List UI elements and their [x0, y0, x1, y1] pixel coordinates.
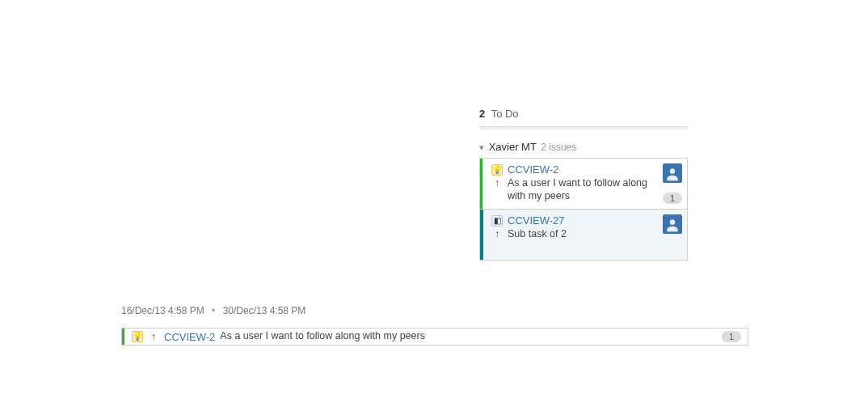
- issue-row[interactable]: 💡 ↑ CCVIEW-2 As a user I want to follow …: [121, 328, 748, 346]
- swimlane-subtext: 2 issues: [541, 142, 576, 153]
- end-date: 30/Dec/13 4:58 PM: [223, 305, 306, 316]
- priority-up-icon: ↑: [491, 177, 503, 189]
- priority-up-icon: ↑: [148, 331, 159, 342]
- issue-summary: As a user I want to follow along with my…: [220, 330, 425, 343]
- issue-summary: As a user I want to follow along with my…: [508, 177, 658, 202]
- column-title: To Do: [491, 108, 519, 120]
- start-date: 16/Dec/13 4:58 PM: [121, 305, 204, 316]
- assignee-avatar[interactable]: [663, 163, 682, 183]
- issue-key-link[interactable]: CCVIEW-2: [508, 163, 558, 176]
- board-column-todo: 2 To Do ▾ Xavier MT 2 issues 💡 CCVIEW-2 …: [479, 105, 688, 261]
- issue-summary: Sub task of 2: [508, 228, 658, 241]
- swimlane-name: Xavier MT: [489, 141, 537, 153]
- subtask-count-badge: 1: [722, 331, 741, 342]
- swimlane-header[interactable]: ▾ Xavier MT 2 issues: [479, 141, 688, 153]
- card-list: 💡 CCVIEW-2 ↑ As a user I want to follow …: [479, 158, 688, 261]
- assignee-avatar[interactable]: [663, 214, 682, 234]
- column-header: 2 To Do: [479, 105, 688, 123]
- card-status-bar: [122, 329, 124, 345]
- date-range: 16/Dec/13 4:58 PM • 30/Dec/13 4:58 PM: [121, 305, 748, 316]
- subtask-icon: ◧: [491, 215, 503, 227]
- card-status-bar: [480, 159, 482, 209]
- issue-card[interactable]: ◧ CCVIEW-27 ↑ Sub task of 2: [480, 209, 687, 260]
- story-icon: 💡: [491, 164, 503, 176]
- issue-card[interactable]: 💡 CCVIEW-2 ↑ As a user I want to follow …: [480, 159, 687, 209]
- issue-key-link[interactable]: CCVIEW-2: [164, 331, 215, 343]
- column-divider: [479, 126, 688, 129]
- priority-up-icon: ↑: [491, 228, 503, 240]
- column-count: 2: [479, 108, 485, 120]
- card-status-bar: [480, 210, 483, 260]
- sprint-footer: 16/Dec/13 4:58 PM • 30/Dec/13 4:58 PM 💡 …: [121, 305, 748, 346]
- issue-key-link[interactable]: CCVIEW-27: [508, 214, 565, 227]
- chevron-down-icon: ▾: [479, 142, 484, 153]
- bullet-separator: •: [212, 305, 215, 316]
- story-icon: 💡: [132, 331, 143, 342]
- subtask-count-badge: 1: [663, 193, 682, 204]
